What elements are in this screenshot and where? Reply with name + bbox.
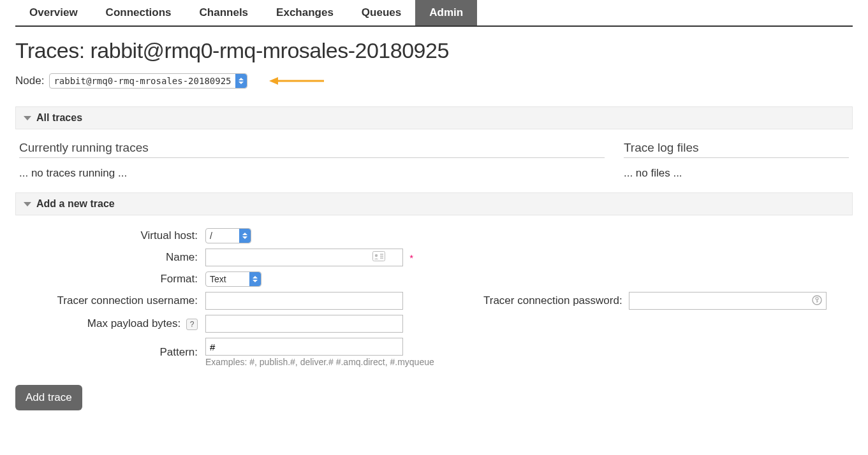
annotation-arrow-icon: [268, 75, 325, 87]
section-all-traces-header[interactable]: All traces: [15, 106, 853, 129]
tab-connections[interactable]: Connections: [92, 0, 186, 25]
all-traces-body: Currently running traces ... no traces r…: [15, 141, 853, 180]
tab-admin[interactable]: Admin: [415, 0, 477, 25]
pattern-label: Pattern:: [17, 338, 202, 367]
tab-queues[interactable]: Queues: [348, 0, 415, 25]
log-files-heading: Trace log files: [624, 141, 849, 158]
password-label: Tracer connection password:: [483, 294, 622, 307]
section-all-traces-title: All traces: [36, 112, 82, 124]
section-add-trace-title: Add a new trace: [36, 198, 115, 210]
select-arrows-icon: [249, 272, 261, 286]
select-arrows-icon: [239, 229, 251, 243]
pattern-hint: Examples: #, publish.#, deliver.# #.amq.…: [205, 357, 827, 367]
page-title: Traces: rabbit@rmq0-rmq-mrosales-2018092…: [15, 38, 853, 63]
chevron-down-icon: [24, 202, 31, 206]
node-label: Node:: [15, 75, 44, 87]
svg-point-8: [816, 298, 818, 300]
select-arrows-icon: [235, 74, 247, 88]
svg-marker-1: [269, 77, 278, 85]
tab-exchanges[interactable]: Exchanges: [262, 0, 348, 25]
log-files-column: Trace log files ... no files ...: [624, 141, 849, 180]
required-mark: *: [409, 252, 413, 263]
section-add-trace-header[interactable]: Add a new trace: [15, 192, 853, 215]
vhost-select-value: /: [210, 231, 212, 241]
password-input[interactable]: [629, 292, 827, 310]
tab-overview[interactable]: Overview: [15, 0, 92, 25]
running-traces-heading: Currently running traces: [19, 141, 605, 158]
node-select-value: rabbit@rmq0-rmq-mrosales-20180925: [54, 76, 231, 86]
format-select-value: Text: [210, 274, 226, 284]
contact-card-icon: [372, 251, 385, 263]
running-traces-column: Currently running traces ... no traces r…: [19, 141, 605, 180]
svg-point-3: [375, 254, 378, 257]
pattern-input[interactable]: [205, 338, 403, 356]
username-label: Tracer connection username:: [17, 292, 202, 310]
node-select[interactable]: rabbit@rmq0-rmq-mrosales-20180925: [49, 73, 247, 89]
tab-channels[interactable]: Channels: [186, 0, 263, 25]
chevron-down-icon: [24, 116, 31, 120]
format-label: Format:: [17, 271, 202, 287]
add-trace-button[interactable]: Add trace: [15, 385, 82, 410]
node-selector-row: Node: rabbit@rmq0-rmq-mrosales-20180925: [15, 73, 853, 89]
tabs-nav: Overview Connections Channels Exchanges …: [15, 0, 853, 27]
format-select[interactable]: Text: [205, 271, 261, 287]
max-payload-input[interactable]: [205, 315, 403, 333]
max-payload-label: Max payload bytes: ?: [17, 315, 202, 333]
key-icon: [811, 294, 823, 308]
running-traces-empty: ... no traces running ...: [19, 167, 605, 180]
add-trace-form: Virtual host: / Name: * Format: Text: [13, 223, 830, 372]
vhost-label: Virtual host:: [17, 228, 202, 243]
help-icon[interactable]: ?: [186, 319, 198, 330]
vhost-select[interactable]: /: [205, 228, 251, 243]
username-input[interactable]: [205, 292, 403, 310]
log-files-empty: ... no files ...: [624, 167, 849, 180]
name-label: Name:: [17, 249, 202, 266]
